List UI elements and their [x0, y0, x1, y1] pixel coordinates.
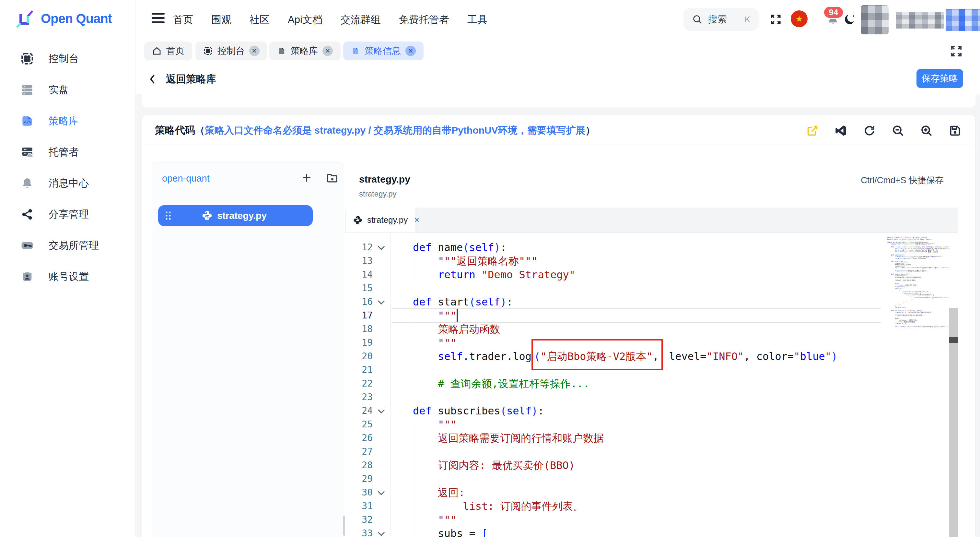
- tab-home[interactable]: 首页: [144, 41, 192, 60]
- fold-chevron-icon[interactable]: [378, 406, 385, 413]
- sidebar-item-console[interactable]: 控制台: [0, 48, 135, 69]
- sidebar-item-exchange[interactable]: 交易所管理: [0, 235, 135, 256]
- code-line[interactable]: 16 def start(self):: [345, 295, 958, 309]
- fold-chevron-icon[interactable]: [378, 243, 385, 250]
- close-icon[interactable]: ✕: [323, 46, 333, 56]
- code-line[interactable]: 14 return "Demo Strategy": [345, 268, 958, 282]
- hamburger-menu-icon[interactable]: [152, 13, 165, 25]
- nav-item-api-docs[interactable]: Api文档: [288, 13, 323, 27]
- save-strategy-button[interactable]: 保存策略: [916, 69, 963, 88]
- nav-item-free-hosts[interactable]: 免费托管者: [399, 13, 449, 27]
- code-line[interactable]: 13 """返回策略名称""": [345, 254, 958, 268]
- sidebar-item-host[interactable]: 托管者: [0, 142, 135, 163]
- line-number: 16: [362, 295, 373, 309]
- code-line[interactable]: 12 def name(self):: [345, 241, 958, 254]
- sidebar-item-label: 分享管理: [49, 207, 89, 221]
- external-link-icon[interactable]: [806, 124, 819, 137]
- close-icon[interactable]: ✕: [249, 46, 259, 56]
- zoom-in-icon[interactable]: [920, 124, 933, 137]
- tab-strategy-info[interactable]: 策略信息 ✕: [343, 41, 423, 60]
- minimap[interactable]: import traders2 class="mc"># type: ignor…: [887, 237, 949, 341]
- fold-chevron-icon[interactable]: [378, 488, 385, 495]
- code-editor[interactable]: 12 def name(self):13 """返回策略名称"""14 retu…: [345, 233, 958, 537]
- avatar[interactable]: [861, 5, 889, 34]
- brand-logo-icon: [15, 8, 35, 29]
- save-shortcut-hint: Ctrl/Cmd+S 快捷保存: [778, 174, 944, 186]
- refresh-icon[interactable]: [863, 124, 876, 137]
- code-line[interactable]: 21: [345, 363, 958, 377]
- back-label: 返回策略库: [166, 72, 216, 86]
- sidebar-item-messages[interactable]: 消息中心: [0, 173, 135, 194]
- line-number: 27: [362, 445, 373, 459]
- expand-row-icon[interactable]: [950, 45, 965, 60]
- nav-item-groups[interactable]: 交流群组: [340, 13, 381, 27]
- line-number: 33: [362, 527, 373, 537]
- sidebar-item-live[interactable]: 实盘: [0, 80, 135, 100]
- close-icon[interactable]: ×: [414, 215, 419, 225]
- nav-item-community[interactable]: 社区: [250, 13, 270, 27]
- vscode-icon[interactable]: [834, 124, 848, 137]
- code-line[interactable]: 30 返回:: [345, 486, 958, 499]
- code-line[interactable]: 22 # 查询余额,设置杠杆等操作...: [345, 377, 958, 390]
- drag-handle-icon[interactable]: [165, 211, 172, 220]
- sidebar-item-account[interactable]: 账号设置: [0, 266, 135, 287]
- code-line[interactable]: 18 策略启动函数: [345, 322, 958, 336]
- code-line[interactable]: 29: [345, 472, 958, 486]
- dark-mode-moon-icon[interactable]: [842, 12, 858, 27]
- code-line[interactable]: 20 self.trader.log("启动Bbo策略-V2版本", level…: [345, 350, 958, 363]
- project-name[interactable]: open-quant: [162, 173, 210, 184]
- editor-scrollbar-thumb[interactable]: [949, 337, 958, 343]
- code-line[interactable]: 23: [345, 390, 958, 404]
- language-flag-icon[interactable]: ★: [791, 10, 808, 27]
- code-line[interactable]: 25 """: [345, 417, 958, 431]
- page-header: 返回策略库 保存策略: [135, 65, 980, 94]
- tab-label: 控制台: [218, 45, 245, 57]
- add-folder-icon[interactable]: [326, 172, 338, 184]
- code-line[interactable]: 24 def subscribes(self):: [345, 404, 958, 417]
- tab-console[interactable]: 控制台 ✕: [196, 41, 267, 60]
- sidebar: Open Quant 控制台: [0, 0, 135, 537]
- sidebar-item-label: 消息中心: [49, 177, 89, 190]
- line-number: 28: [362, 459, 373, 472]
- fold-chevron-icon[interactable]: [378, 529, 385, 536]
- editor-tab-label: strategy.py: [367, 215, 408, 225]
- card-header: 策略代码 （ 策略入口文件命名必须是 strategy.py / 交易系统用的自…: [155, 124, 595, 137]
- search-input[interactable]: 搜索 K: [684, 8, 759, 31]
- fullscreen-icon[interactable]: [768, 12, 784, 27]
- file-icon: [351, 46, 360, 56]
- line-number: 19: [362, 336, 373, 350]
- back-button[interactable]: 返回策略库: [148, 72, 216, 86]
- card-divider: [142, 143, 975, 144]
- note-paren-open: （: [195, 124, 205, 137]
- file-item-strategy-py[interactable]: strategy.py: [158, 205, 313, 226]
- editor-toolbar: [806, 124, 962, 137]
- file-icon: [277, 46, 286, 56]
- nav-item-tools[interactable]: 工具: [467, 13, 487, 27]
- brand-logo[interactable]: Open Quant: [15, 8, 112, 29]
- editor-tab-strategy-py[interactable]: strategy.py ×: [346, 207, 416, 233]
- zoom-out-icon[interactable]: [891, 124, 905, 137]
- code-lines: 12 def name(self):13 """返回策略名称"""14 retu…: [345, 241, 958, 537]
- save-icon[interactable]: [948, 124, 962, 137]
- code-line[interactable]: 33 subs = [: [345, 527, 958, 537]
- close-icon[interactable]: ✕: [406, 46, 416, 56]
- code-line[interactable]: 26 返回策略需要订阅的行情和账户数据: [345, 431, 958, 445]
- nav-item-home[interactable]: 首页: [173, 13, 193, 27]
- code-line[interactable]: 15: [345, 282, 958, 295]
- add-file-icon[interactable]: [301, 172, 312, 184]
- code-line[interactable]: 27: [345, 445, 958, 459]
- card-note: 策略入口文件命名必须是 strategy.py / 交易系统用的自带Python…: [205, 124, 585, 137]
- code-line[interactable]: 31 list: 订阅的事件列表。: [345, 499, 958, 513]
- bell-icon: [20, 176, 34, 190]
- code-line[interactable]: 32 """: [345, 513, 958, 527]
- tab-strategy-library[interactable]: 策略库 ✕: [269, 41, 340, 60]
- svg-text:</>: </>: [24, 120, 31, 124]
- code-line[interactable]: 28 订阅内容: 最优买卖价(BBO): [345, 459, 958, 472]
- nav-item-watch[interactable]: 围观: [211, 13, 231, 27]
- code-line[interactable]: 17 """: [345, 309, 958, 322]
- sidebar-item-share[interactable]: 分享管理: [0, 204, 135, 225]
- host-server-icon: [20, 145, 34, 159]
- fold-chevron-icon[interactable]: [378, 298, 385, 304]
- line-number: 18: [362, 322, 373, 336]
- sidebar-item-strategy-library[interactable]: </> 策略库: [0, 111, 135, 131]
